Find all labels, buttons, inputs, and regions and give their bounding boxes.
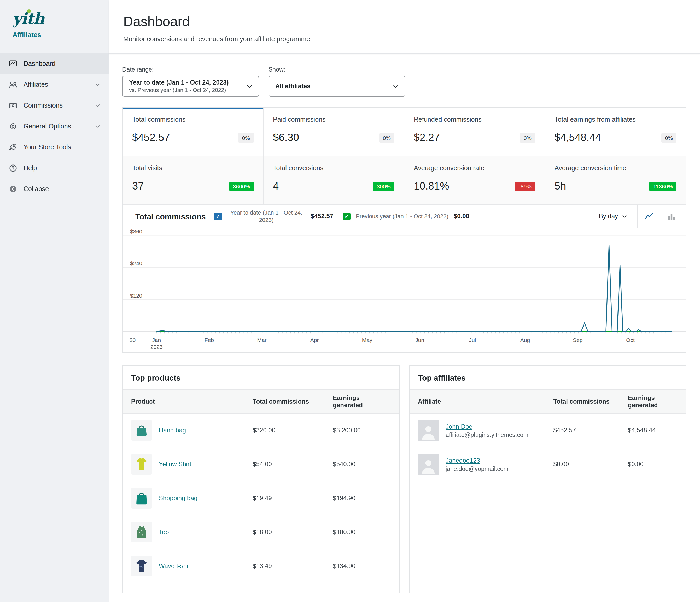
product-earnings: $194.90: [324, 481, 399, 515]
stat-refunded-commissions[interactable]: Refunded commissions $2.270%: [404, 108, 545, 156]
chart-x-tick: May: [362, 337, 372, 344]
stat-paid-commissions[interactable]: Paid commissions $6.300%: [264, 108, 404, 156]
sidebar-item-collapse[interactable]: Collapse: [0, 179, 109, 200]
product-image-hand-bag: [131, 420, 152, 441]
top-affiliates-title: Top affiliates: [409, 366, 686, 390]
stat-total-visits[interactable]: Total visits 373600%: [123, 156, 264, 205]
stat-value: $452.57: [132, 132, 170, 143]
stat-value: 37: [132, 180, 144, 192]
bottom-section: Top products Product Total commissions E…: [122, 365, 686, 593]
sidebar-item-dashboard[interactable]: Dashboard: [0, 53, 109, 74]
dashboard-icon: [8, 59, 18, 69]
sidebar-item-commissions[interactable]: Commissions: [0, 95, 109, 116]
stat-label: Total conversions: [273, 164, 394, 172]
stat-label: Paid commissions: [273, 116, 394, 123]
chart-y-tick: $120: [130, 292, 142, 298]
top-products-card: Top products Product Total commissions E…: [122, 365, 400, 593]
chevron-down-icon: [94, 123, 101, 130]
product-earnings: $540.00: [324, 447, 399, 481]
show-label: Show:: [269, 66, 405, 73]
chart-header: Total commissions Year to date (Jan 1 - …: [123, 205, 686, 228]
chart-y-tick-zero: $0: [129, 337, 135, 344]
sidebar-item-general-options[interactable]: General Options: [0, 116, 109, 137]
product-image-wave-t-shirt: [131, 555, 152, 576]
avatar: [418, 420, 439, 441]
sidebar-item-label: Your Store Tools: [24, 143, 71, 151]
product-earnings: $180.00: [324, 515, 399, 549]
chevron-down-icon: [246, 82, 253, 90]
product-link[interactable]: Shopping bag: [159, 494, 197, 502]
analytics-panel: Total commissions $452.570% Paid commiss…: [122, 107, 686, 353]
affiliate-commissions: $452.57: [545, 413, 620, 447]
product-link[interactable]: Top: [159, 528, 169, 536]
column-header-earnings-generated: Earnings generated: [620, 390, 686, 413]
stat-label: Average conversion rate: [414, 164, 535, 172]
chart-x-tick: Mar: [257, 337, 267, 344]
stat-total-conversions[interactable]: Total conversions 4300%: [264, 156, 404, 205]
date-range-select[interactable]: Year to date (Jan 1 - Oct 24, 2023) vs. …: [122, 76, 259, 97]
chart-x-tick: Jul: [469, 337, 476, 344]
stat-change-badge: 0%: [520, 133, 535, 142]
column-header-product: Product: [123, 390, 245, 413]
product-commissions: $13.49: [245, 549, 325, 583]
show-select[interactable]: All affiliates: [269, 76, 405, 97]
chart-y-tick: $360: [130, 228, 142, 234]
stat-total-earnings[interactable]: Total earnings from affiliates $4,548.44…: [545, 108, 686, 156]
sidebar-item-affiliates[interactable]: Affiliates: [0, 74, 109, 95]
affiliate-link[interactable]: Janedoe123: [446, 456, 508, 464]
show-filter: Show: All affiliates: [269, 66, 405, 97]
sidebar-item-label: Commissions: [24, 102, 63, 109]
affiliate-link[interactable]: John Doe: [446, 423, 528, 430]
table-row: Shopping bag $19.49 $194.90: [123, 481, 399, 515]
show-value: All affiliates: [275, 82, 392, 90]
filters-bar: Date range: Year to date (Jan 1 - Oct 24…: [122, 66, 686, 97]
stat-value: 4: [273, 180, 279, 192]
stat-label: Total earnings from affiliates: [554, 116, 676, 123]
previous-period-label: Previous year (Jan 1 - Oct 24, 2022): [356, 212, 448, 220]
chart-controls: By day: [595, 205, 686, 228]
product-link[interactable]: Yellow Shirt: [159, 461, 192, 468]
line-chart-icon[interactable]: [638, 211, 660, 221]
chevron-down-icon: [621, 213, 628, 219]
sidebar-item-label: Help: [24, 164, 37, 172]
stat-avg-conversion-time[interactable]: Average conversion time 5h11360%: [545, 156, 686, 205]
product-earnings: $134.90: [324, 549, 399, 583]
sidebar-item-label: Affiliates: [24, 81, 48, 88]
product-image-top: [131, 522, 152, 543]
page-header: Dashboard Monitor conversions and revenu…: [109, 0, 700, 54]
chart-x-tick: Feb: [204, 337, 214, 344]
stat-label: Average conversion time: [554, 164, 676, 172]
product-image-yellow-shirt: [131, 454, 152, 475]
bar-chart-icon[interactable]: [660, 211, 686, 221]
previous-period-checkbox[interactable]: [343, 212, 351, 220]
table-row: Yellow Shirt $54.00 $540.00: [123, 447, 399, 481]
stat-total-commissions[interactable]: Total commissions $452.570%: [123, 108, 264, 156]
stat-value: $4,548.44: [554, 132, 601, 143]
sidebar-item-help[interactable]: Help: [0, 158, 109, 179]
commissions-chart[interactable]: $0Jan2023FebMarAprMayJunJulAugSepOct $12…: [123, 228, 686, 352]
page-title: Dashboard: [123, 14, 686, 30]
product-commissions: $19.49: [245, 481, 325, 515]
chart-y-tick: $240: [130, 260, 142, 266]
chevron-down-icon: [94, 102, 101, 109]
interval-value: By day: [599, 212, 618, 220]
interval-select[interactable]: By day: [595, 212, 637, 220]
product-link[interactable]: Wave t-shirt: [159, 562, 192, 570]
current-period-checkbox[interactable]: [214, 212, 222, 220]
chevron-down-icon: [94, 81, 101, 88]
stat-value: $2.27: [414, 132, 440, 143]
top-products-title: Top products: [123, 366, 399, 390]
stat-avg-conversion-rate[interactable]: Average conversion rate 10.81%-89%: [404, 156, 545, 205]
current-period-label: Year to date (Jan 1 - Oct 24, 2023): [227, 209, 306, 224]
table-row: Top $18.00 $180.00: [123, 515, 399, 549]
stat-change-badge: 11360%: [649, 181, 676, 191]
stat-change-badge: 3600%: [229, 181, 254, 191]
top-affiliates-card: Top affiliates Affiliate Total commissio…: [409, 365, 686, 593]
current-period-value: $452.57: [311, 212, 333, 220]
product-link[interactable]: Hand bag: [159, 426, 186, 434]
previous-period-value: $0.00: [454, 212, 469, 220]
product-commissions: $54.00: [245, 447, 325, 481]
chart-x-tick: Jan2023: [150, 337, 163, 350]
affiliate-email: affiliate@plugins.yithemes.com: [446, 431, 528, 438]
sidebar-item-your-store-tools[interactable]: Your Store Tools: [0, 137, 109, 158]
